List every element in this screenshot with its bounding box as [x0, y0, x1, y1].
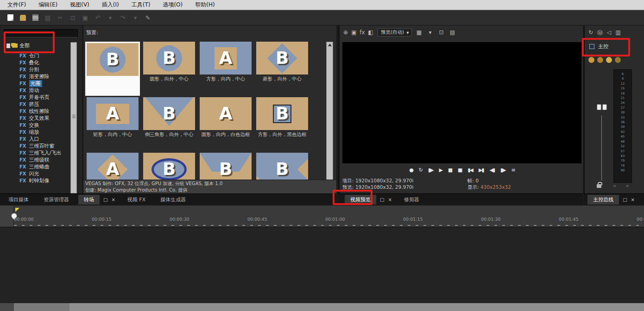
pause-button[interactable]: ▮▮	[448, 167, 452, 173]
menu-item[interactable]: 工具(T)	[127, 1, 158, 9]
preset-item[interactable]: B方形，向外，黑色边框	[255, 97, 309, 153]
preset-item[interactable]: B	[198, 153, 253, 180]
loop-playback-button[interactable]: ↻	[419, 167, 422, 173]
transport-menu-button[interactable]: ≡	[511, 167, 515, 173]
sidebar-item-transition[interactable]: FX交叉效果	[0, 115, 70, 122]
sidebar-item-transition[interactable]: FX三维百叶窗	[0, 143, 70, 149]
redo-caret-icon[interactable]: ▾	[130, 12, 141, 23]
go-to-end-button[interactable]: ▶▮	[479, 167, 484, 173]
sidebar-item-transition[interactable]: FX三维蜷曲	[0, 163, 70, 170]
meter-display-icon[interactable]: ▥	[615, 29, 620, 37]
menu-item[interactable]: 帮助(H)	[190, 1, 222, 9]
new-project-icon[interactable]	[5, 12, 16, 23]
video-output-fx-icon[interactable]: ▣	[350, 28, 358, 37]
transitions-list-scrollbar[interactable]	[70, 42, 77, 193]
menu-item[interactable]: 选项(O)	[158, 1, 190, 9]
scrollbar-thumb[interactable]	[72, 115, 76, 115]
track-area[interactable]	[0, 227, 644, 303]
lock-icon[interactable]	[597, 184, 601, 188]
sidebar-item-transition[interactable]: FX滑动	[0, 87, 70, 94]
next-frame-button[interactable]: ▮▶	[500, 167, 505, 173]
tab-媒体生成器[interactable]: 媒体生成器	[155, 195, 191, 205]
sidebar-item-transition[interactable]: FX开卷书页	[0, 94, 70, 101]
sidebar-item-transition[interactable]: FX交换	[0, 122, 70, 129]
transitions-search-input[interactable]	[4, 29, 78, 37]
tab-主控总线[interactable]: 主控总线	[587, 195, 619, 205]
tab-视频 FX[interactable]: 视频 FX	[122, 195, 151, 205]
master-bus-header[interactable]: 主控	[589, 43, 608, 50]
sidebar-item-transition[interactable]: FX入口	[0, 136, 70, 143]
cut-icon[interactable]: ✂	[55, 12, 66, 23]
open-project-icon[interactable]	[17, 12, 28, 23]
preview-settings-icon[interactable]: ⊕	[341, 28, 350, 37]
preset-item[interactable]: B	[255, 153, 309, 180]
tab-修剪器[interactable]: 修剪器	[398, 195, 425, 205]
close-icon[interactable]: ×	[388, 197, 391, 202]
transitions-all-node[interactable]: 全部	[6, 42, 30, 49]
split-screen-icon[interactable]: fx	[358, 28, 366, 37]
meter-settings-icon[interactable]: ↻	[588, 29, 593, 37]
menu-item[interactable]: 视图(V)	[65, 1, 97, 9]
play-from-start-button[interactable]: ▮▶	[428, 167, 433, 173]
preset-item[interactable]: B	[142, 153, 196, 180]
close-icon[interactable]: ×	[631, 197, 635, 202]
timeline-marker-flag[interactable]	[15, 208, 19, 212]
sidebar-item-transition[interactable]: FX仓门	[0, 52, 70, 59]
paste-icon[interactable]: ▣	[80, 12, 91, 23]
sidebar-item-transition[interactable]: FX线性擦除	[0, 108, 70, 115]
preset-item[interactable]: B圆形，向外，中心	[142, 42, 196, 97]
menu-item[interactable]: 文件(F)	[3, 1, 34, 9]
undo-caret-icon[interactable]: ▾	[105, 12, 116, 23]
copy-snapshot-button[interactable]: ⊡	[437, 28, 445, 37]
tab-资源管理器[interactable]: 资源管理器	[38, 195, 75, 205]
preset-item[interactable]: B默认	[85, 42, 140, 96]
master-level-meter[interactable]: 6912151821242730333639424548525763707890	[613, 69, 632, 183]
bus-fx-icon-2[interactable]	[597, 57, 603, 63]
preset-item[interactable]: A	[85, 153, 140, 180]
sidebar-item-transition[interactable]: FX分割	[0, 66, 70, 73]
redo-icon[interactable]: ↷	[117, 12, 128, 23]
sidebar-item-transition[interactable]: FX三维级联	[0, 156, 70, 163]
sidebar-item-transition[interactable]: FX挤压	[0, 101, 70, 108]
sidebar-item-transition[interactable]: FX光圈	[0, 80, 70, 87]
save-snapshot-button[interactable]: ▤	[448, 28, 456, 37]
sidebar-item-transition[interactable]: FX时钟划像	[0, 177, 70, 184]
close-icon[interactable]: ×	[111, 197, 115, 202]
preset-item[interactable]: A方形，向内，中心	[198, 42, 253, 97]
play-button[interactable]: ▶	[439, 167, 442, 173]
grid-overlay-caret[interactable]: ▾	[426, 28, 434, 37]
mute-icon[interactable]: Ⓜ	[597, 29, 603, 37]
go-to-start-button[interactable]: ▮◀	[468, 167, 473, 173]
menu-item[interactable]: 插入(I)	[97, 1, 127, 9]
restore-icon[interactable]: □	[623, 197, 627, 202]
save-project-icon[interactable]	[30, 12, 41, 23]
speaker-icon[interactable]: ◁	[607, 29, 611, 37]
sidebar-item-transition[interactable]: FX渐变擦除	[0, 73, 70, 80]
restore-icon[interactable]: □	[103, 197, 107, 202]
bus-fx-icon-4[interactable]	[615, 57, 621, 63]
interactive-tutorials-icon[interactable]: ✎	[142, 12, 153, 23]
tab-视频预览[interactable]: 视频预览	[345, 195, 376, 205]
time-ruler[interactable]: 00:00:0000:00:1500:00:3000:00:4500:01:00…	[14, 214, 644, 227]
sidebar-item-transition[interactable]: FX闪光	[0, 170, 70, 177]
undo-icon[interactable]: ↶	[92, 12, 103, 23]
record-audio-button[interactable]: ●	[409, 167, 413, 173]
menu-item[interactable]: 编辑(E)	[34, 1, 65, 9]
video-preview-screen[interactable]	[342, 42, 581, 163]
preset-item[interactable]: A圆形，向内，白色边框	[198, 97, 253, 153]
preset-item[interactable]: B菱形，向外，中心	[255, 42, 309, 97]
tab-转场[interactable]: 转场	[78, 195, 100, 205]
restore-icon[interactable]: □	[380, 197, 384, 202]
ab-compare-icon[interactable]: ◧	[366, 28, 375, 37]
grid-overlay-button[interactable]: ▦	[415, 28, 423, 37]
bus-fx-icon-1[interactable]	[588, 57, 594, 63]
tab-项目媒体[interactable]: 项目媒体	[3, 195, 34, 205]
scrollbar-up-arrow[interactable]	[328, 44, 332, 46]
sidebar-item-transition[interactable]: FX三维飞入/飞出	[0, 149, 70, 156]
volume-fader-handle[interactable]	[597, 104, 607, 110]
stop-button[interactable]: ■	[458, 167, 461, 173]
preset-item[interactable]: B倒三角形，向外，中心	[142, 97, 196, 153]
preview-quality-dropdown[interactable]: 预览(自动) ▾	[378, 28, 412, 37]
sidebar-item-transition[interactable]: FX叠化	[0, 59, 70, 66]
preset-item[interactable]: A矩形，向内，中心	[85, 97, 140, 153]
